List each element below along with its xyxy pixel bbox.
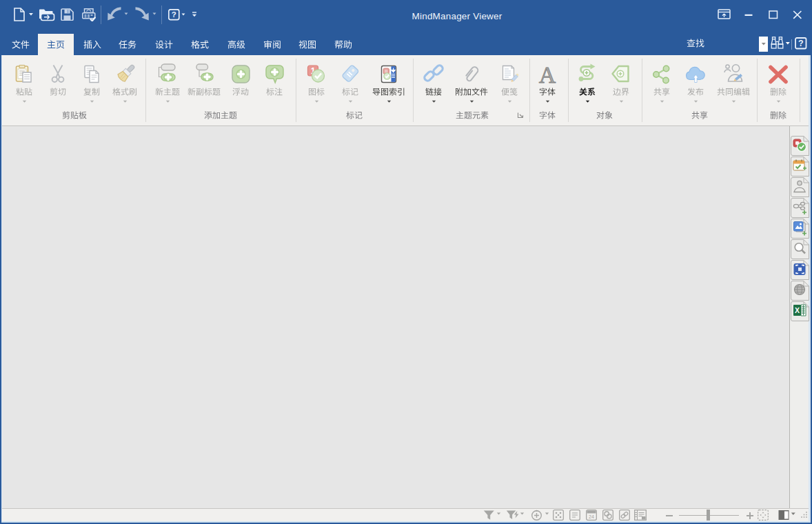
- svg-text:?: ?: [172, 10, 176, 19]
- svg-text:24: 24: [589, 514, 594, 519]
- svg-text:X: X: [795, 306, 800, 314]
- svg-text:?: ?: [798, 39, 804, 48]
- svg-text:A: A: [539, 63, 556, 85]
